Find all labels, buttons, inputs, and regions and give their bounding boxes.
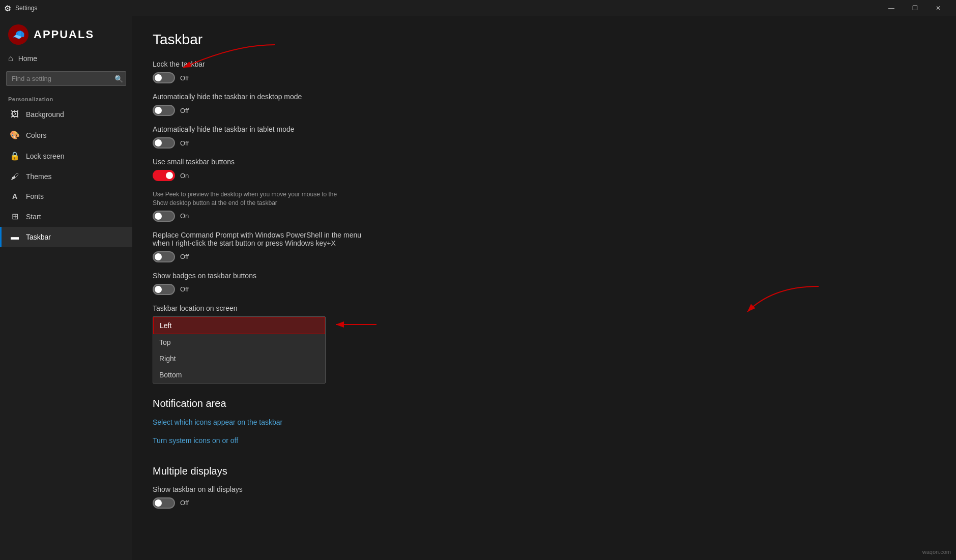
fonts-icon: A: [10, 192, 20, 200]
small-buttons-label: Use small taskbar buttons: [153, 158, 936, 166]
badges-knob: [155, 286, 162, 293]
taskbar-icon: ▬: [10, 232, 20, 242]
sidebar-search-container: 🔍: [6, 71, 126, 86]
badges-toggle-row: Off: [153, 284, 936, 295]
start-icon: ⊞: [10, 212, 20, 221]
taskbar-location-label: Taskbar location on screen: [153, 304, 936, 312]
sidebar-logo: 🧢 APPUALS: [0, 16, 132, 50]
powershell-knob: [155, 253, 162, 260]
background-icon: 🖼: [10, 110, 20, 119]
powershell-toggle[interactable]: [153, 251, 175, 262]
sidebar-item-label: Fonts: [26, 192, 44, 200]
lock-taskbar-label: Lock the taskbar: [153, 60, 936, 68]
show-all-displays-toggle[interactable]: [153, 497, 175, 509]
arrow-annotation-3: [326, 318, 387, 334]
logo-icon: 🧢: [8, 24, 28, 45]
sidebar-item-taskbar[interactable]: ▬ Taskbar: [0, 227, 132, 247]
sidebar-item-label: Themes: [26, 172, 52, 181]
sidebar-item-label: Lock screen: [26, 152, 64, 160]
setting-lock-taskbar: Lock the taskbar Off: [153, 60, 936, 83]
settings-icon: ⚙: [4, 4, 11, 13]
powershell-status: Off: [180, 253, 189, 260]
lock-icon: 🔒: [10, 151, 20, 161]
system-icons-setting: Turn system icons on or off: [153, 436, 936, 445]
sidebar-item-label: Taskbar: [26, 233, 51, 241]
dropdown-option-bottom[interactable]: Bottom: [153, 367, 325, 383]
badges-toggle[interactable]: [153, 284, 175, 295]
sidebar-item-label: Background: [26, 110, 64, 119]
dropdown-option-top[interactable]: Top: [153, 334, 325, 350]
maximize-button[interactable]: ❐: [903, 0, 926, 16]
close-button[interactable]: ✕: [926, 0, 950, 16]
sidebar-item-fonts[interactable]: A Fonts: [0, 187, 132, 206]
small-buttons-toggle[interactable]: [153, 170, 175, 181]
sidebar-home-item[interactable]: ⌂ Home: [0, 50, 132, 67]
setting-hide-tablet: Automatically hide the taskbar in tablet…: [153, 125, 936, 149]
search-input[interactable]: [6, 71, 126, 86]
minimize-button[interactable]: —: [880, 0, 903, 16]
sidebar-item-lock-screen[interactable]: 🔒 Lock screen: [0, 145, 132, 166]
notification-area-title: Notification area: [153, 398, 936, 409]
peek-knob: [155, 213, 162, 220]
sidebar-item-colors[interactable]: 🎨 Colors: [0, 125, 132, 145]
peek-toggle[interactable]: [153, 211, 175, 222]
small-buttons-knob: [166, 172, 173, 179]
hide-tablet-toggle[interactable]: [153, 137, 175, 149]
lock-taskbar-toggle[interactable]: [153, 72, 175, 83]
setting-small-buttons: Use small taskbar buttons On: [153, 158, 936, 181]
show-all-displays-toggle-row: Off: [153, 497, 936, 509]
setting-show-all-displays: Show taskbar on all displays Off: [153, 485, 936, 509]
hide-tablet-label: Automatically hide the taskbar in tablet…: [153, 125, 936, 133]
system-icons-link[interactable]: Turn system icons on or off: [153, 436, 238, 445]
powershell-label: Replace Command Prompt with Windows Powe…: [153, 231, 936, 247]
title-bar-controls: — ❐ ✕: [880, 0, 950, 16]
small-buttons-status: On: [180, 172, 189, 180]
hide-tablet-knob: [155, 139, 162, 146]
colors-icon: 🎨: [10, 130, 20, 140]
sidebar-item-background[interactable]: 🖼 Background: [0, 104, 132, 125]
show-all-displays-label: Show taskbar on all displays: [153, 485, 936, 493]
peek-label: Use Peek to preview the desktop when you…: [153, 190, 407, 208]
hide-tablet-status: Off: [180, 139, 189, 147]
sidebar-item-label: Start: [26, 213, 41, 221]
small-buttons-toggle-row: On: [153, 170, 936, 181]
setting-taskbar-location: Taskbar location on screen Left Top Righ…: [153, 304, 936, 312]
show-all-displays-knob: [155, 499, 162, 507]
sidebar-item-label: Colors: [26, 131, 46, 139]
sidebar-section-label: Personalization: [0, 90, 132, 104]
hide-tablet-toggle-row: Off: [153, 137, 936, 149]
badges-status: Off: [180, 285, 189, 293]
content-area: Taskbar Lock the taskbar Off: [132, 16, 956, 560]
logo-text: APPUALS: [34, 28, 94, 41]
peek-status: On: [180, 212, 189, 220]
dropdown-option-right[interactable]: Right: [153, 350, 325, 367]
sidebar-item-start[interactable]: ⊞ Start: [0, 206, 132, 227]
setting-hide-desktop: Automatically hide the taskbar in deskto…: [153, 93, 936, 116]
badges-label: Show badges on taskbar buttons: [153, 272, 936, 280]
hide-desktop-knob: [155, 107, 162, 114]
title-bar: ⚙ Settings — ❐ ✕: [0, 0, 956, 16]
watermark: waqon.com: [922, 549, 951, 555]
lock-taskbar-knob: [155, 74, 162, 81]
home-icon: ⌂: [8, 54, 13, 63]
setting-badges: Show badges on taskbar buttons Off: [153, 272, 936, 295]
peek-toggle-row: On: [153, 211, 936, 222]
taskbar-location-dropdown-menu: Left Top Right Bottom: [153, 316, 326, 384]
hide-desktop-toggle-row: Off: [153, 105, 936, 116]
title-bar-title: Settings: [15, 5, 37, 12]
themes-icon: 🖌: [10, 172, 20, 181]
hide-desktop-toggle[interactable]: [153, 105, 175, 116]
page-title: Taskbar: [153, 32, 936, 48]
powershell-toggle-row: Off: [153, 251, 936, 262]
select-icons-setting: Select which icons appear on the taskbar: [153, 418, 936, 427]
setting-peek: Use Peek to preview the desktop when you…: [153, 190, 936, 222]
sidebar-home-label: Home: [18, 54, 37, 63]
sidebar-item-themes[interactable]: 🖌 Themes: [0, 166, 132, 187]
select-icons-link[interactable]: Select which icons appear on the taskbar: [153, 418, 282, 426]
search-icon[interactable]: 🔍: [114, 75, 123, 83]
hide-desktop-status: Off: [180, 107, 189, 114]
lock-taskbar-toggle-row: Off: [153, 72, 936, 83]
multiple-displays-title: Multiple displays: [153, 465, 936, 477]
dropdown-option-left[interactable]: Left: [153, 317, 325, 334]
lock-taskbar-status: Off: [180, 74, 189, 82]
